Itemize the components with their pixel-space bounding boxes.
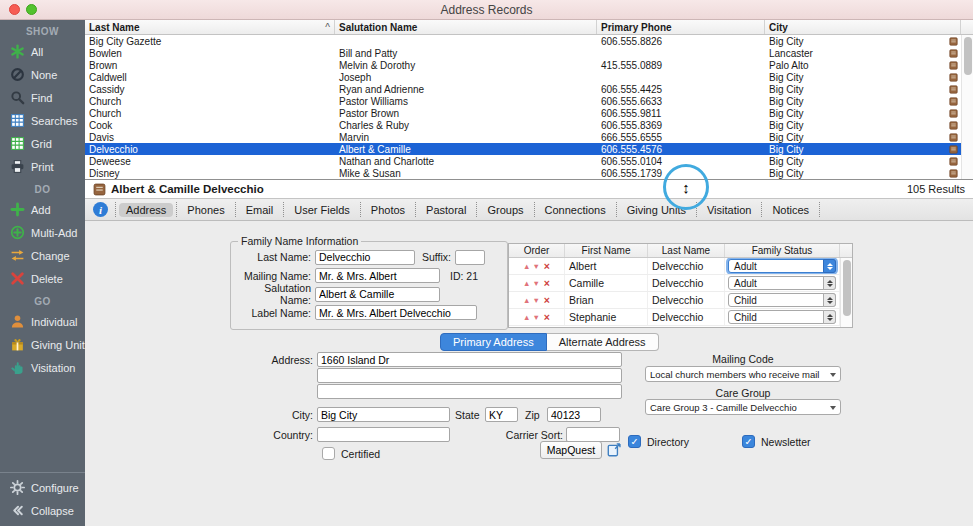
titlebar[interactable]: Address Records: [0, 0, 973, 20]
sidebar-item-print[interactable]: Print: [0, 155, 85, 178]
tab-photos[interactable]: Photos: [361, 202, 416, 217]
sidebar-item-visitation[interactable]: Visitation: [0, 356, 85, 379]
move-up-icon[interactable]: ▲: [523, 313, 530, 322]
sidebar-item-delete[interactable]: Delete: [0, 267, 85, 290]
record-row[interactable]: DeweeseNathan and Charlotte606.555.0104B…: [85, 155, 973, 167]
record-header-bar: Albert & Camille Delvecchio 105 Results: [85, 179, 973, 199]
record-row[interactable]: CassidyRyan and Adrienne606.555.4425Big …: [85, 83, 973, 95]
sidebar-item-collapse[interactable]: Collapse: [0, 499, 85, 522]
label-name-input[interactable]: [315, 305, 477, 320]
column-header-salutation-name[interactable]: Salutation Name: [335, 20, 597, 34]
country-input[interactable]: [317, 427, 450, 442]
remove-member-icon[interactable]: ×: [544, 278, 550, 289]
sidebar-item-find[interactable]: Find: [0, 86, 85, 109]
move-down-icon[interactable]: ▼: [532, 279, 539, 288]
record-row[interactable]: Big City Gazette606.555.8826Big City: [85, 35, 973, 47]
remove-member-icon[interactable]: ×: [544, 295, 550, 306]
column-header-label: Primary Phone: [601, 22, 672, 33]
column-header-city[interactable]: City: [765, 20, 961, 34]
mailing-name-input[interactable]: [315, 268, 440, 283]
sidebar-item-searches[interactable]: Searches: [0, 109, 85, 132]
record-row[interactable]: ChurchPastor Brown606.555.9811Big City: [85, 107, 973, 119]
record-row[interactable]: DelvecchioAlbert & Camille606.555.4576Bi…: [85, 143, 973, 155]
tab-connections[interactable]: Connections: [535, 202, 617, 217]
address-line3-input[interactable]: [317, 384, 622, 399]
tab-address[interactable]: Address: [115, 202, 177, 217]
members-scrollbar[interactable]: [840, 258, 852, 327]
remove-member-icon[interactable]: ×: [544, 261, 550, 272]
column-header-primary-phone[interactable]: Primary Phone: [597, 20, 765, 34]
salutation-name-input[interactable]: [315, 287, 440, 302]
move-up-icon[interactable]: ▲: [523, 262, 530, 271]
sidebar-item-individual[interactable]: Individual: [0, 310, 85, 333]
certified-checkbox[interactable]: [322, 447, 335, 460]
record-row[interactable]: ChurchPastor Williams606.555.6633Big Cit…: [85, 95, 973, 107]
mapquest-button[interactable]: MapQuest: [540, 441, 602, 459]
sidebar-item-none[interactable]: None: [0, 63, 85, 86]
sidebar-item-configure[interactable]: Configure: [0, 476, 85, 499]
close-button[interactable]: [9, 4, 20, 15]
last-name-input[interactable]: [315, 250, 415, 265]
phone-cell: 606.555.4576: [597, 144, 765, 155]
move-down-icon[interactable]: ▼: [532, 296, 539, 305]
remove-member-icon[interactable]: ×: [544, 312, 550, 323]
family-status-select[interactable]: Adult: [728, 259, 836, 273]
record-row[interactable]: BrownMelvin & Dorothy415.555.0889Palo Al…: [85, 59, 973, 71]
select-arrows-icon: [823, 310, 836, 324]
newsletter-checkbox[interactable]: [742, 435, 755, 448]
address-line2-input[interactable]: [317, 368, 622, 383]
tab-email[interactable]: Email: [236, 202, 285, 217]
sidebar-item-grid[interactable]: Grid: [0, 132, 85, 155]
info-icon[interactable]: i: [93, 202, 108, 217]
record-row[interactable]: CookCharles & Ruby606.555.8369Big City: [85, 119, 973, 131]
sidebar-item-change[interactable]: Change: [0, 244, 85, 267]
mailing-code-dropdown[interactable]: Local church members who receive mail: [645, 366, 841, 382]
mapquest-icon[interactable]: [606, 442, 622, 458]
care-group-dropdown[interactable]: Care Group 3 - Camille Delvecchio: [645, 399, 841, 415]
member-row[interactable]: ▲▼×BrianDelvecchioChild: [509, 292, 852, 309]
member-row[interactable]: ▲▼×StephanieDelvecchioChild: [509, 309, 852, 326]
carrier-sort-label: Carrier Sort:: [490, 429, 563, 441]
zip-input[interactable]: [547, 407, 601, 422]
sidebar-item-multi-add[interactable]: Multi-Add: [0, 221, 85, 244]
move-down-icon[interactable]: ▼: [532, 313, 539, 322]
tab-visitation[interactable]: Visitation: [697, 202, 762, 217]
column-header-last-name[interactable]: Last Name^: [85, 20, 335, 34]
state-input[interactable]: [485, 407, 518, 422]
family-status-select[interactable]: Adult: [728, 276, 836, 290]
member-row[interactable]: ▲▼×AlbertDelvecchioAdult: [509, 258, 852, 275]
scrollbar-thumb[interactable]: [964, 37, 972, 75]
record-row[interactable]: DavisMarvin666.555.6555Big City: [85, 131, 973, 143]
record-row[interactable]: CaldwellJosephBig City: [85, 71, 973, 83]
magnifier-icon: [10, 90, 25, 105]
tab-alternate-address[interactable]: Alternate Address: [547, 333, 659, 351]
sidebar-item-label: Delete: [31, 273, 63, 285]
sidebar-item-add[interactable]: Add: [0, 198, 85, 221]
scrollbar-thumb[interactable]: [843, 260, 851, 316]
family-status-select[interactable]: Child: [728, 310, 836, 324]
member-row[interactable]: ▲▼×CamilleDelvecchioAdult: [509, 275, 852, 292]
city-input[interactable]: [317, 407, 450, 422]
address-line1-input[interactable]: [317, 352, 622, 367]
record-row[interactable]: BowlenBill and PattyLancaster: [85, 47, 973, 59]
sidebar-item-all[interactable]: All: [0, 40, 85, 63]
directory-checkbox[interactable]: [628, 435, 641, 448]
zoom-button[interactable]: [26, 4, 37, 15]
move-down-icon[interactable]: ▼: [532, 262, 539, 271]
tab-primary-address[interactable]: Primary Address: [440, 333, 547, 351]
move-up-icon[interactable]: ▲: [523, 279, 530, 288]
tab-pastoral[interactable]: Pastoral: [416, 202, 477, 217]
tab-notices[interactable]: Notices: [762, 202, 820, 217]
sidebar-item-giving-unit[interactable]: Giving Unit: [0, 333, 85, 356]
tab-groups[interactable]: Groups: [477, 202, 534, 217]
tab-phones[interactable]: Phones: [177, 202, 235, 217]
record-row[interactable]: DisneyMike & Susan606.555.1739Big City: [85, 167, 973, 179]
suffix-input[interactable]: [455, 250, 485, 265]
tab-user-fields[interactable]: User Fields: [284, 202, 361, 217]
move-up-icon[interactable]: ▲: [523, 296, 530, 305]
member-last-name: Delvecchio: [648, 275, 725, 291]
family-status-select[interactable]: Child: [728, 293, 836, 307]
records-scrollbar[interactable]: [961, 35, 973, 179]
records-table-body: Big City Gazette606.555.8826Big CityBowl…: [85, 35, 973, 179]
carrier-sort-input[interactable]: [566, 427, 620, 442]
